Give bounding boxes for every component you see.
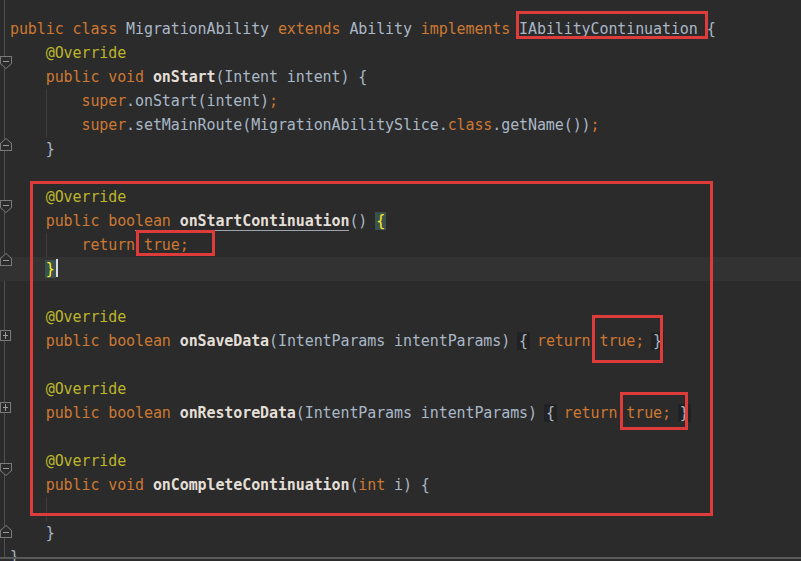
annotation-box-true-onrestoredata (620, 392, 688, 430)
annotation-box-iabilitycontinuation (516, 11, 708, 39)
code-token: .onStart(intent) (126, 92, 269, 110)
code-token (10, 68, 46, 86)
code-token: super (81, 116, 126, 134)
code-token: super (81, 92, 126, 110)
code-token: (Intent intent) { (215, 68, 367, 86)
code-line[interactable]: } (0, 521, 801, 545)
window-bottom-divider (0, 557, 801, 559)
code-token (10, 116, 81, 134)
fold-expand-marker[interactable] (0, 330, 11, 341)
annotation-box-true-onstartcontinuation (136, 230, 215, 256)
code-token: class (448, 116, 493, 134)
code-line[interactable]: public void onStart(Intent intent) { (0, 65, 801, 89)
ide-code-editor: { "palette": { "bg": "#2b2b2b", "default… (0, 0, 801, 561)
code-line[interactable]: super.setMainRoute(MigrationAbilitySlice… (0, 113, 801, 137)
code-token: .setMainRoute(MigrationAbilitySlice. (126, 116, 448, 134)
fold-expand-marker[interactable] (0, 402, 11, 413)
code-editor: public class MigrationAbility extends Ab… (0, 0, 801, 561)
code-token: onStart (153, 68, 216, 86)
annotation-box-true-onsavedata (592, 315, 663, 363)
code-line[interactable]: @Override (0, 41, 801, 65)
code-token: public void (46, 68, 153, 86)
code-token: @Override (46, 44, 126, 62)
code-token: } (10, 548, 19, 561)
code-token: public class (10, 20, 126, 38)
code-token: implements (421, 20, 519, 38)
code-token (10, 44, 46, 62)
code-token: ; (269, 92, 278, 110)
code-token: } (10, 140, 55, 158)
code-token: ; (591, 116, 600, 134)
code-token: } (10, 524, 55, 542)
code-token (10, 92, 81, 110)
code-token: MigrationAbility (126, 20, 278, 38)
code-line[interactable]: } (0, 137, 801, 161)
code-line[interactable]: super.onStart(intent); (0, 89, 801, 113)
code-token: extends (278, 20, 349, 38)
code-token: .getName()) (492, 116, 590, 134)
code-token: Ability (349, 20, 420, 38)
